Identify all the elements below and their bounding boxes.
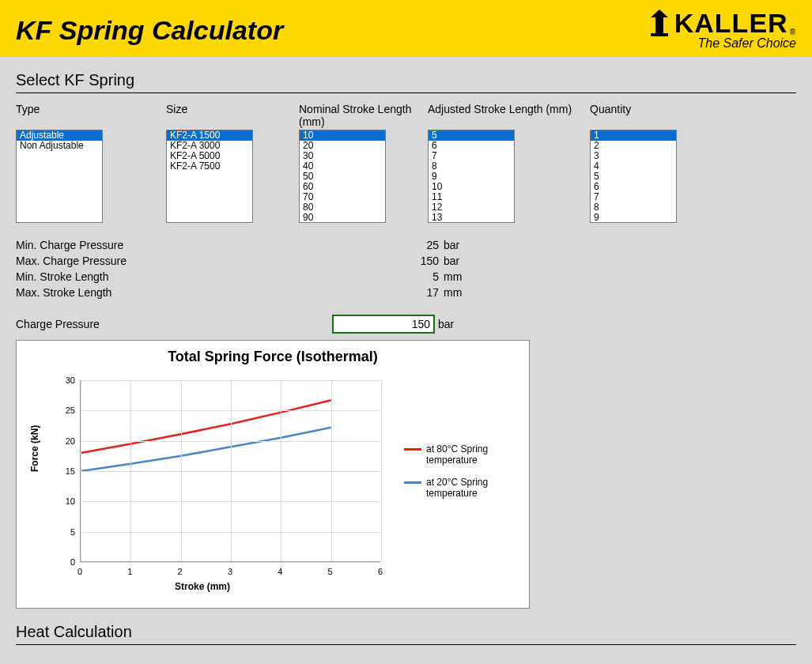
divider <box>16 644 796 645</box>
chart-spring-force: Total Spring Force (Isothermal) Force (k… <box>16 340 530 609</box>
value-max-stroke: 17 <box>407 285 439 300</box>
ytick: 5 <box>55 527 75 537</box>
label-nominal-stroke: Nominal Stroke Length (mm) <box>299 101 428 130</box>
brand-logo: KALLER® The Safer Choice <box>648 9 796 51</box>
label-max-stroke: Max. Stroke Length <box>16 285 407 300</box>
xtick: 2 <box>178 567 183 576</box>
label-type: Type <box>16 101 166 130</box>
label-max-charge: Max. Charge Pressure <box>16 253 407 269</box>
divider <box>16 92 796 93</box>
unit-max-charge: bar <box>439 253 459 269</box>
ytick: 0 <box>55 557 75 567</box>
label-min-charge: Min. Charge Pressure <box>16 237 407 253</box>
list-option[interactable]: 5 <box>591 172 676 182</box>
logo-tagline: The Safer Choice <box>697 36 796 51</box>
input-charge-pressure[interactable] <box>332 315 435 334</box>
select-spring-section: Select KF Spring <box>0 57 812 93</box>
list-option[interactable]: 5 <box>429 130 514 141</box>
chart-legend: at 80°C Spring temperatureat 20°C Spring… <box>404 443 523 510</box>
xtick: 3 <box>228 567 232 576</box>
legend-label: at 80°C Spring temperature <box>426 443 523 466</box>
params-block: Min. Charge Pressure 25 bar Max. Charge … <box>0 223 812 300</box>
legend-item: at 80°C Spring temperature <box>404 443 523 466</box>
legend-swatch-icon <box>404 481 421 484</box>
label-quantity: Quantity <box>590 101 693 130</box>
list-option[interactable]: 3 <box>591 151 676 161</box>
list-option[interactable]: 8 <box>591 202 676 213</box>
list-option[interactable]: 1 <box>591 130 676 141</box>
unit-max-stroke: mm <box>439 285 462 300</box>
section-title-select: Select KF Spring <box>16 71 796 91</box>
list-option[interactable]: 6 <box>429 141 514 151</box>
value-min-charge: 25 <box>407 237 439 253</box>
legend-label: at 20°C Spring temperature <box>426 477 523 499</box>
list-option[interactable]: 8 <box>429 161 514 172</box>
charge-pressure-row: Charge Pressure bar <box>0 300 812 338</box>
ytick: 10 <box>55 496 75 506</box>
listbox-type[interactable]: AdjustableNon Adjustable <box>16 130 103 223</box>
list-option[interactable]: 2 <box>591 141 676 151</box>
legend-swatch-icon <box>404 448 421 451</box>
ytick: 30 <box>55 375 75 385</box>
xtick: 1 <box>127 567 132 576</box>
label-size: Size <box>166 101 299 130</box>
heat-calculation-section: Heat Calculation <box>0 609 812 645</box>
unit-min-stroke: mm <box>439 269 462 285</box>
list-option[interactable]: 4 <box>591 161 676 172</box>
xtick: 0 <box>77 567 82 576</box>
listbox-size[interactable]: KF2-A 1500KF2-A 3000KF2-A 5000KF2-A 7500 <box>166 130 253 223</box>
kaller-arrow-icon <box>648 9 671 36</box>
ytick: 15 <box>55 466 75 476</box>
list-option[interactable]: Non Adjustable <box>17 141 102 151</box>
listbox-adjusted-stroke[interactable]: 567891011121314 <box>428 130 515 223</box>
logo-text: KALLER <box>674 9 788 36</box>
ytick: 20 <box>55 436 75 446</box>
list-option[interactable]: 6 <box>591 182 676 192</box>
list-option[interactable]: 7 <box>429 151 514 161</box>
chart-plot-area <box>80 380 380 562</box>
value-max-charge: 150 <box>407 253 439 269</box>
registered-icon: ® <box>790 28 796 36</box>
listbox-nominal-stroke[interactable]: 102030405060708090100 <box>299 130 386 223</box>
label-min-stroke: Min. Stroke Length <box>16 269 407 285</box>
chart-title: Total Spring Force (Isothermal) <box>17 341 529 365</box>
legend-item: at 20°C Spring temperature <box>404 477 523 499</box>
section-title-heat: Heat Calculation <box>16 623 796 643</box>
label-charge-pressure: Charge Pressure <box>16 318 332 330</box>
selector-row: Type AdjustableNon Adjustable Size KF2-A… <box>0 101 812 223</box>
header: KF Spring Calculator KALLER® The Safer C… <box>0 0 812 57</box>
chart-ylabel: Force (kN) <box>29 425 40 472</box>
ytick: 25 <box>55 406 75 415</box>
listbox-quantity[interactable]: 12345678910 <box>590 130 677 223</box>
chart-xlabel: Stroke (mm) <box>175 581 230 592</box>
value-min-stroke: 5 <box>407 269 439 285</box>
label-adjusted-stroke: Adjusted Stroke Length (mm) <box>428 101 590 130</box>
unit-charge-pressure: bar <box>435 318 454 330</box>
xtick: 4 <box>278 567 282 576</box>
svg-rect-0 <box>651 33 668 36</box>
xtick: 6 <box>378 567 383 576</box>
page-title: KF Spring Calculator <box>16 15 283 46</box>
unit-min-charge: bar <box>439 237 459 253</box>
xtick: 5 <box>328 567 333 576</box>
list-option[interactable]: 7 <box>591 192 676 202</box>
list-option[interactable]: KF2-A 7500 <box>167 161 252 172</box>
